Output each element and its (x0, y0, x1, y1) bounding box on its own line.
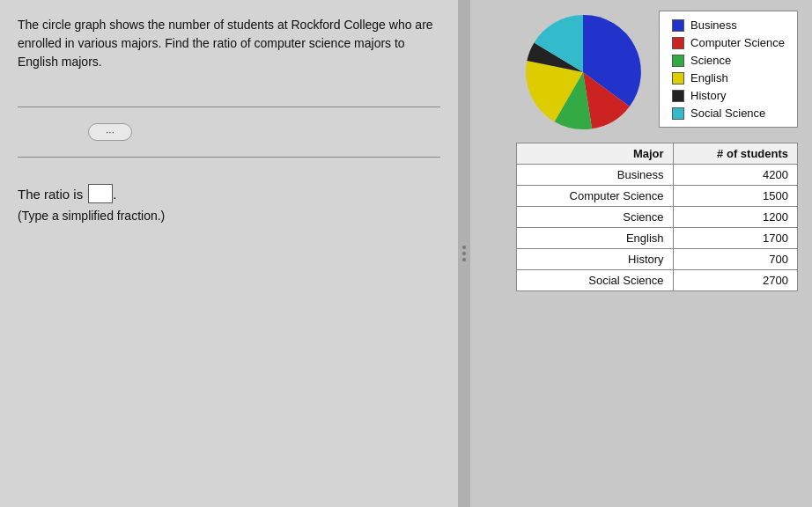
panel-splitter[interactable] (458, 0, 470, 507)
legend-color-history (672, 90, 684, 102)
cell-major: History (517, 249, 674, 270)
table-row: Computer Science 1500 (517, 186, 798, 207)
legend: Business Computer Science Science Englis… (659, 11, 798, 128)
cell-count: 2700 (673, 270, 797, 291)
legend-color-cs (672, 37, 684, 49)
cell-count: 1200 (673, 207, 797, 228)
cell-major: Computer Science (517, 186, 674, 207)
cell-count: 1500 (673, 186, 797, 207)
splitter-dot-3 (462, 258, 466, 261)
legend-color-business (672, 19, 684, 32)
pie-chart (521, 11, 645, 134)
legend-item-cs: Computer Science (672, 36, 785, 49)
cell-count: 1700 (673, 228, 797, 249)
right-content: Business Computer Science Science Englis… (484, 11, 798, 291)
table-row: History 700 (517, 249, 798, 270)
ratio-line: The ratio is . (18, 184, 440, 203)
table-row: Business 4200 (517, 165, 798, 186)
legend-label-english: English (690, 71, 728, 84)
data-table: Major # of students Business 4200 Comput… (516, 143, 798, 291)
legend-item-english: English (672, 71, 785, 84)
legend-label-science: Science (690, 54, 731, 67)
problem-text: The circle graph shows the number of stu… (18, 16, 440, 71)
splitter-dot-1 (462, 246, 466, 249)
ratio-input[interactable] (88, 184, 113, 203)
legend-item-business: Business (672, 18, 785, 32)
legend-label-social-science: Social Science (690, 107, 765, 120)
col-header-count: # of students (673, 143, 797, 165)
legend-color-social-science (672, 107, 684, 120)
legend-label-cs: Computer Science (690, 36, 785, 49)
table-row: English 1700 (517, 228, 798, 249)
cell-count: 700 (673, 249, 797, 270)
table-row: Social Science 2700 (517, 270, 798, 291)
table-row: Science 1200 (517, 207, 798, 228)
left-panel: The circle graph shows the number of stu… (0, 0, 458, 507)
legend-item-science: Science (672, 54, 785, 67)
splitter-handle (462, 246, 466, 261)
legend-color-english (672, 72, 684, 84)
cell-major: Business (517, 165, 674, 186)
legend-item-history: History (672, 89, 785, 102)
ratio-section: The ratio is . (Type a simplified fracti… (18, 184, 440, 223)
legend-label-history: History (690, 89, 726, 102)
ellipsis-button[interactable]: ··· (88, 123, 132, 141)
cell-count: 4200 (673, 165, 797, 186)
cell-major: English (517, 228, 674, 249)
splitter-dot-2 (462, 252, 466, 255)
chart-area: Business Computer Science Science Englis… (521, 11, 798, 134)
ratio-period: . (113, 187, 116, 202)
instruction-text: (Type a simplified fraction.) (18, 209, 440, 223)
ratio-label: The ratio is (18, 187, 83, 202)
cell-major: Science (517, 207, 674, 228)
legend-label-business: Business (690, 18, 737, 32)
divider-bottom (18, 157, 440, 158)
divider-top (18, 107, 440, 107)
cell-major: Social Science (517, 270, 674, 291)
col-header-major: Major (517, 143, 674, 165)
right-panel: Business Computer Science Science Englis… (470, 0, 812, 507)
legend-item-social-science: Social Science (672, 107, 785, 120)
legend-color-science (672, 55, 684, 67)
